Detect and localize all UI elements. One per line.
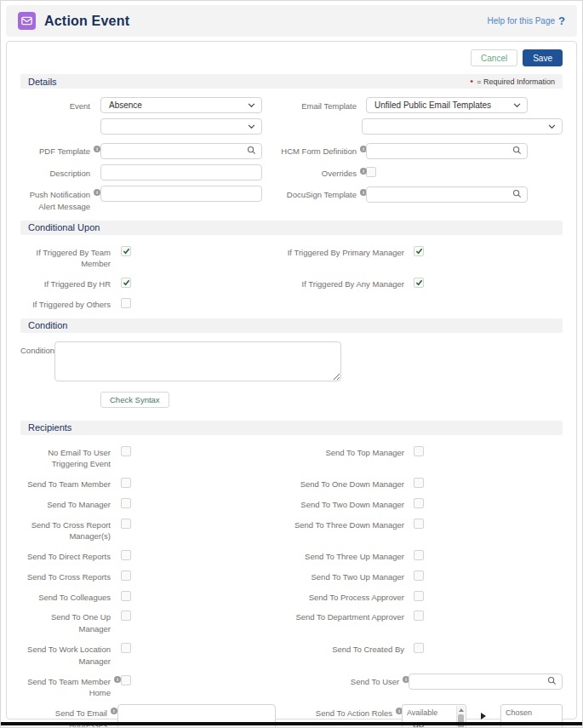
send-to-team-member-checkbox[interactable] xyxy=(121,478,131,488)
field-label: If Triggered by Others xyxy=(20,295,111,311)
field-label: If Triggered By HR xyxy=(20,275,111,290)
info-icon[interactable]: i xyxy=(114,676,121,683)
event-select[interactable]: Absence xyxy=(100,97,262,113)
hcm-form-definition-lookup xyxy=(366,142,528,159)
field-label: Send To Team Member Homei xyxy=(20,673,111,700)
field-label: Send To Work Location Manager xyxy=(20,640,111,668)
chevron-down-icon xyxy=(548,124,556,129)
details-rows: Event Absence Email Template Unfiled Pub… xyxy=(20,97,563,213)
send-to-colleagues-checkbox[interactable] xyxy=(121,591,131,601)
field-label: Send To One Down Manager xyxy=(276,475,404,490)
send-to-two-up-manager-checkbox[interactable] xyxy=(414,570,424,581)
top-actions: Cancel Save xyxy=(20,49,563,66)
no-email-to-user-triggering-event-checkbox[interactable] xyxy=(121,446,131,456)
send-to-process-approver-checkbox[interactable] xyxy=(414,591,424,601)
field-label: Send To Process Approver xyxy=(276,588,404,604)
field-label: Send To Manager xyxy=(20,496,111,511)
condition-section-title: Condition xyxy=(28,320,67,330)
email-template-label: Email Template xyxy=(276,97,357,112)
overrides-label: Overridesi xyxy=(276,164,357,180)
hcm-form-definition-input[interactable] xyxy=(366,143,528,159)
send-to-team-member-home-checkbox[interactable] xyxy=(121,675,131,685)
send-to-manager-checkbox[interactable] xyxy=(121,498,131,508)
if-triggered-by-any-manager-checkbox[interactable] xyxy=(414,278,424,288)
help-for-this-page-link[interactable]: Help for this Page ? xyxy=(488,14,565,27)
scroll-up-icon[interactable] xyxy=(459,708,464,712)
field-label: If Triggered By Team Member xyxy=(20,244,111,271)
field-label: No Email To User Triggering Event xyxy=(20,444,111,471)
if-triggered-by-primary-manager-checkbox[interactable] xyxy=(414,246,424,256)
check-syntax-button[interactable]: Check Syntax xyxy=(100,392,169,408)
field-label: Send To Department Approver xyxy=(276,608,404,623)
action-event-envelope-icon xyxy=(18,12,36,30)
send-to-created-by-checkbox[interactable] xyxy=(414,643,424,653)
overrides-checkbox[interactable] xyxy=(366,167,376,177)
details-section-header: Details • = Required Information xyxy=(20,74,563,89)
required-marker: • xyxy=(470,77,473,85)
info-icon[interactable]: i xyxy=(360,168,367,175)
send-to-cross-reports-checkbox[interactable] xyxy=(121,570,131,581)
page-title: Action Event xyxy=(44,14,129,29)
hcm-form-definition-label: HCM Form Definitioni xyxy=(276,142,357,158)
send-to-cross-report-managers-checkbox[interactable] xyxy=(121,519,131,529)
add-arrow-icon[interactable] xyxy=(481,713,486,719)
field-label: If Triggered By Any Manager xyxy=(276,275,404,290)
question-mark-icon[interactable]: ? xyxy=(558,14,565,27)
info-icon[interactable]: i xyxy=(94,189,100,196)
description-input[interactable] xyxy=(100,164,262,181)
page-header: Action Event Help for this Page ? xyxy=(6,5,577,37)
field-label: Send To One Up Manager xyxy=(20,608,111,635)
chosen-header: Chosen xyxy=(501,705,562,717)
send-to-three-up-manager-checkbox[interactable] xyxy=(414,550,424,560)
docusign-template-input[interactable] xyxy=(366,186,528,203)
email-template-select[interactable]: Unfiled Public Email Templates xyxy=(366,97,528,113)
conditional-upon-rows: If Triggered By Team Member If Triggered… xyxy=(20,244,563,311)
info-icon[interactable]: i xyxy=(94,146,100,152)
field-label: Send To Two Up Manager xyxy=(276,568,404,583)
available-header: Available xyxy=(403,705,456,717)
field-label: Send To Three Up Manager xyxy=(276,547,404,563)
pdf-template-input[interactable] xyxy=(100,143,262,159)
field-label: Send To Cross Reports xyxy=(20,568,111,583)
docusign-template-lookup xyxy=(366,186,528,203)
pdf-template-label: PDF Templatei xyxy=(20,142,90,158)
email-template-secondary-select[interactable] xyxy=(362,118,563,135)
chevron-down-icon xyxy=(248,124,255,129)
field-label: If Triggered By Primary Manager xyxy=(276,244,404,259)
required-information-note: • = Required Information xyxy=(470,77,555,86)
send-to-three-down-manager-checkbox[interactable] xyxy=(414,519,424,529)
send-to-one-down-manager-checkbox[interactable] xyxy=(414,478,424,488)
if-triggered-by-others-checkbox[interactable] xyxy=(121,298,131,308)
info-icon[interactable]: i xyxy=(111,708,117,714)
conditional-upon-section-header: Conditional Upon xyxy=(20,221,563,235)
send-to-direct-reports-checkbox[interactable] xyxy=(121,550,131,560)
send-to-one-up-manager-checkbox[interactable] xyxy=(121,610,131,621)
save-button[interactable]: Save xyxy=(523,49,563,66)
send-to-action-roles-label: Send To Action Rolesi xyxy=(276,704,392,719)
recipients-section-header: Recipients xyxy=(20,421,563,435)
event-secondary-select[interactable] xyxy=(100,118,262,135)
field-label: Send To Top Manager xyxy=(276,444,404,459)
docusign-template-label: DocuSign Templatei xyxy=(276,186,357,201)
chevron-down-icon xyxy=(513,103,521,108)
search-icon[interactable] xyxy=(247,146,256,155)
condition-label: Condition xyxy=(20,341,54,357)
event-label: Event xyxy=(20,97,90,112)
send-to-work-location-manager-checkbox[interactable] xyxy=(121,643,131,653)
send-to-user-label: Send To Useri xyxy=(276,673,399,688)
description-label: Description xyxy=(20,164,90,180)
if-triggered-by-team-member-checkbox[interactable] xyxy=(121,246,131,256)
search-icon[interactable] xyxy=(512,189,522,198)
search-icon[interactable] xyxy=(512,146,522,155)
send-to-user-input[interactable] xyxy=(409,674,563,690)
push-notification-alert-message-input[interactable] xyxy=(100,186,262,202)
field-label: Send To Colleagues xyxy=(20,588,111,604)
condition-textarea[interactable] xyxy=(54,341,341,381)
cancel-button[interactable]: Cancel xyxy=(471,49,517,66)
window-bottom-edge xyxy=(1,722,582,725)
send-to-top-manager-checkbox[interactable] xyxy=(414,446,424,456)
send-to-two-down-manager-checkbox[interactable] xyxy=(414,498,424,508)
send-to-department-approver-checkbox[interactable] xyxy=(414,610,424,621)
search-icon[interactable] xyxy=(547,676,557,685)
if-triggered-by-hr-checkbox[interactable] xyxy=(121,278,131,288)
